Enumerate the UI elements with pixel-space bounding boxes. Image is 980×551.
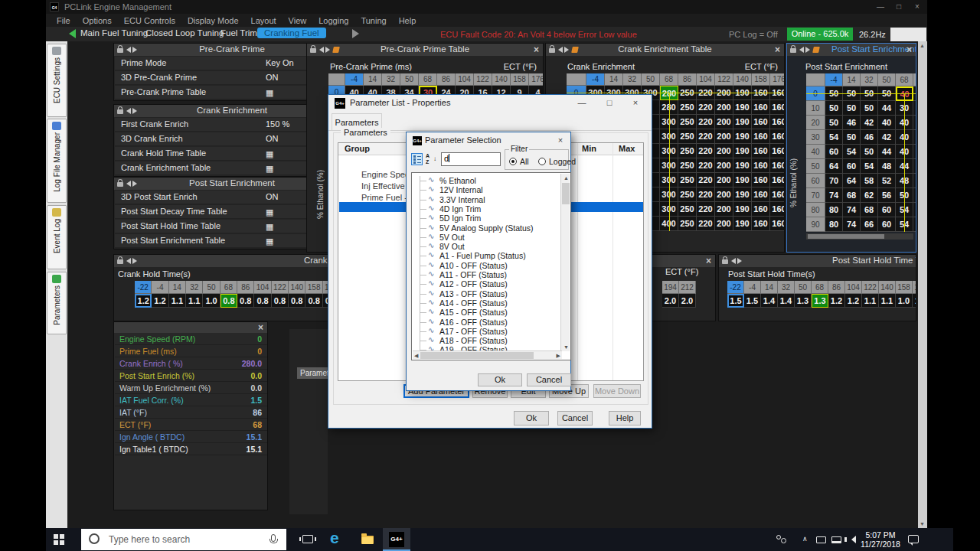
col-header[interactable]: 68 xyxy=(419,73,437,86)
table-cell[interactable]: 160 xyxy=(770,202,785,217)
col-header[interactable]: 176 xyxy=(913,281,916,294)
table-cell[interactable]: 32 xyxy=(913,130,916,145)
col-header[interactable]: 176 xyxy=(770,73,785,86)
table-cell[interactable]: 46 xyxy=(861,130,878,145)
runtime-row-iat-fuel-corr[interactable]: IAT Fuel Corr. (%)1.5 xyxy=(115,394,268,406)
scrollbar-thumb[interactable] xyxy=(562,183,570,204)
table-cell[interactable]: 1.2 xyxy=(828,294,845,308)
table-cell[interactable]: 200 xyxy=(715,129,733,144)
table-cell[interactable]: 200 xyxy=(715,173,733,187)
col-header[interactable]: 122 xyxy=(474,73,492,86)
table-cell[interactable]: 250 xyxy=(678,158,697,173)
col-header[interactable]: 86 xyxy=(237,281,254,294)
table-cell[interactable]: 220 xyxy=(697,100,715,115)
runtime-row-post-start-enrich[interactable]: Post Start Enrich (%)0.0 xyxy=(115,370,268,382)
dialog-maximize-button[interactable]: □ xyxy=(598,98,621,107)
table-cell[interactable]: 74 xyxy=(843,217,861,232)
table-cell[interactable]: 48 xyxy=(913,203,916,217)
radio-all-label[interactable]: All xyxy=(520,157,529,166)
param-item-a11-off-status[interactable]: ∿A11 - OFF (Status) xyxy=(412,270,557,279)
open-table-icon[interactable]: ▦ xyxy=(266,163,273,174)
action-center-icon[interactable] xyxy=(908,535,919,543)
col-header[interactable]: 32 xyxy=(382,73,400,86)
table-cell[interactable]: 38 xyxy=(913,159,916,174)
table-cell[interactable]: 54 xyxy=(825,130,843,145)
table-cell[interactable]: 160 xyxy=(770,217,785,231)
table-cell[interactable]: 250 xyxy=(678,100,697,115)
table-cell[interactable]: 60 xyxy=(878,203,896,217)
table-cell[interactable]: 44 xyxy=(913,188,916,203)
col-header[interactable]: 176 xyxy=(529,73,544,86)
table-cell[interactable]: 60 xyxy=(825,145,843,159)
param-item-a1-fuel-pump-status[interactable]: ∿A1 - Fuel Pump (Status) xyxy=(412,251,557,260)
dialog-close-button[interactable]: × xyxy=(552,135,569,145)
sort-az-icon[interactable]: AZ↓ xyxy=(426,153,438,165)
table-cell[interactable]: 1.3 xyxy=(795,294,812,308)
col-header[interactable]: -22 xyxy=(727,281,744,294)
task-view-button[interactable] xyxy=(294,528,322,551)
panel-close-icon[interactable]: × xyxy=(258,322,263,333)
pclink-taskbar-button[interactable]: G4+ xyxy=(383,528,410,551)
properties-ok-button[interactable]: Ok xyxy=(514,411,549,425)
col-header[interactable]: 104 xyxy=(845,281,862,294)
vertical-scrollbar[interactable]: ▲ ▼ xyxy=(560,174,570,351)
table-cell[interactable]: 160 xyxy=(770,129,785,144)
col-header[interactable]: 32 xyxy=(623,73,642,86)
col-header[interactable]: 86 xyxy=(828,281,845,294)
scroll-up-icon[interactable]: ▲ xyxy=(920,43,925,48)
param-item-a13-off-status[interactable]: ∿A13 - OFF (Status) xyxy=(412,289,557,298)
table-cell[interactable]: 42 xyxy=(913,174,916,188)
table-cell[interactable]: 58 xyxy=(861,174,878,188)
param-item-a17-off-status[interactable]: ∿A17 - OFF (Status) xyxy=(412,327,557,336)
table-cell[interactable]: 200 xyxy=(715,158,733,173)
panel-close-icon[interactable]: × xyxy=(706,256,711,266)
table-cell[interactable]: 0.8 xyxy=(305,294,322,308)
table-cell[interactable]: 190 xyxy=(733,100,752,115)
col-header[interactable]: 50 xyxy=(795,281,812,294)
table-cell[interactable]: 160 xyxy=(752,100,770,115)
param-item-a16-off-status[interactable]: ∿A16 - OFF (Status) xyxy=(412,318,557,327)
table-cell[interactable]: 190 xyxy=(733,202,752,217)
scrollbar-thumb[interactable] xyxy=(808,234,884,239)
taskbar-clock[interactable]: 5:07 PM 11/27/2018 xyxy=(859,530,902,549)
horizontal-scrollbar[interactable] xyxy=(806,233,913,240)
panel-close-icon[interactable]: × xyxy=(906,44,912,55)
param-item-a15-off-status[interactable]: ∿A15 - OFF (Status) xyxy=(412,308,557,317)
table-cell[interactable]: 190 xyxy=(733,187,752,202)
col-header[interactable]: 50 xyxy=(878,73,896,86)
col-header[interactable]: 158 xyxy=(511,73,529,86)
col-header[interactable]: 14 xyxy=(761,281,778,294)
table-cell[interactable]: 220 xyxy=(697,115,715,129)
col-header[interactable]: 194 xyxy=(662,281,679,294)
col-header[interactable]: -4 xyxy=(744,281,761,294)
col-header[interactable]: 68 xyxy=(812,281,828,294)
table-cell[interactable]: 160 xyxy=(770,100,785,115)
radio-logged-label[interactable]: Logged xyxy=(549,157,576,166)
table-cell[interactable]: 40 xyxy=(878,116,896,130)
table-cell[interactable]: 56 xyxy=(878,188,896,203)
table-cell[interactable]: 1.5 xyxy=(727,294,744,308)
table-cell[interactable]: 1.2 xyxy=(845,294,862,308)
table-cell[interactable]: 160 xyxy=(752,115,770,129)
table-cell[interactable]: 54 xyxy=(843,145,861,159)
column-header-max[interactable]: Max xyxy=(619,144,635,153)
lock-icon[interactable] xyxy=(722,259,728,264)
panel-close-icon[interactable]: × xyxy=(775,44,780,55)
panel-close-icon[interactable]: × xyxy=(534,44,539,55)
col-header[interactable]: 32 xyxy=(186,281,203,294)
vertical-scrollbar[interactable]: ▲▼ xyxy=(918,41,927,528)
axis-setup-icon[interactable] xyxy=(812,47,820,53)
col-header[interactable]: 158 xyxy=(752,73,770,86)
setting-value[interactable]: Key On xyxy=(266,58,294,67)
row-header[interactable]: 30 xyxy=(806,130,825,145)
network-icon[interactable] xyxy=(831,536,841,543)
param-item-3-3v-internal[interactable]: ∿3.3V Internal xyxy=(412,195,557,204)
table-cell[interactable]: 70 xyxy=(825,174,843,188)
table-cell[interactable]: 80 xyxy=(825,217,843,232)
runtime-row-ign-angle-btdc[interactable]: Ign Angle ( BTDC)15.1 xyxy=(115,431,268,443)
table-cell[interactable]: 1.1 xyxy=(862,294,879,308)
lock-icon[interactable] xyxy=(790,48,796,53)
dialog-close-button[interactable]: × xyxy=(624,98,647,107)
table-cell[interactable]: 250 xyxy=(678,217,697,231)
col-header[interactable]: 14 xyxy=(364,73,382,86)
